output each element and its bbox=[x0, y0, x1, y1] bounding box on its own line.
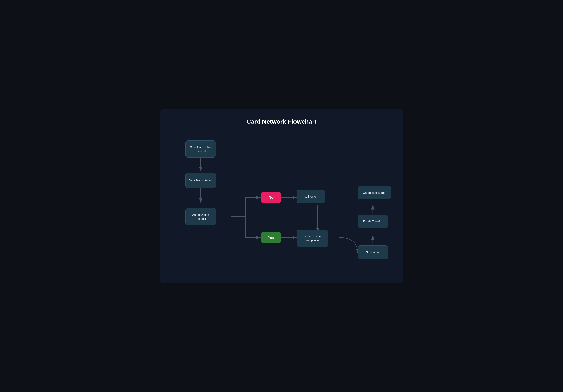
node-funds-transfer: Funds Transfer bbox=[358, 215, 388, 228]
node-no: No bbox=[261, 192, 282, 203]
flowchart-card: Card Network Flowchart bbox=[160, 109, 403, 283]
flowchart-area: Card Transaction Initiated Data Transmis… bbox=[171, 135, 392, 272]
node-auth-request: Authorization Request bbox=[185, 208, 216, 225]
node-settlement: Settlement bbox=[358, 246, 388, 259]
page-title: Card Network Flowchart bbox=[171, 118, 392, 125]
node-auth-response: Authorization Response bbox=[297, 230, 328, 247]
node-cardholder-billing: Cardholder Billing bbox=[358, 186, 391, 199]
node-card-transaction: Card Transaction Initiated bbox=[185, 140, 216, 157]
node-refinement: Refinement bbox=[297, 190, 325, 203]
node-data-transmission: Data Transmission bbox=[185, 173, 216, 188]
node-yes: Yes bbox=[261, 232, 282, 243]
